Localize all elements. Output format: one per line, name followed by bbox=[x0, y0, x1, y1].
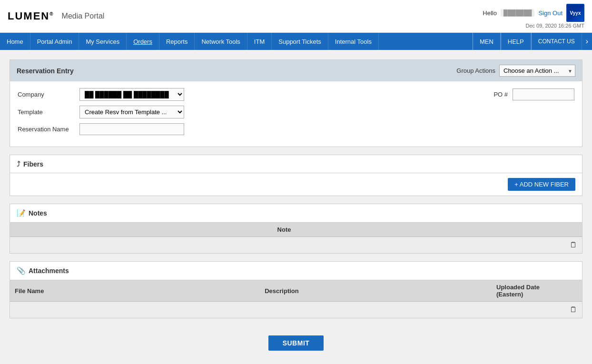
fibers-body: + ADD NEW FIBER bbox=[10, 173, 582, 196]
nav-label-portal-admin: Portal Admin bbox=[37, 38, 72, 45]
notes-table: Note 🗒 bbox=[10, 223, 582, 253]
attach-empty-1 bbox=[10, 302, 72, 318]
logo-registered: ® bbox=[49, 11, 54, 17]
po-input[interactable] bbox=[513, 89, 574, 100]
sign-out-link[interactable]: Sign Out bbox=[538, 10, 562, 17]
top-header: LUMEN® Media Portal Hello ███████ Sign O… bbox=[0, 0, 592, 33]
nav-item-itm[interactable]: ITM bbox=[247, 33, 272, 50]
attach-add-cell[interactable]: 🗒 bbox=[558, 302, 582, 318]
logo-area: LUMEN® Media Portal bbox=[8, 10, 104, 22]
attachments-header: 📎 Attachments bbox=[10, 262, 582, 280]
nav-bar: Home Portal Admin My Services Orders Rep… bbox=[0, 33, 592, 50]
fibers-header: ⤴ Fibers bbox=[10, 155, 582, 173]
nav-item-orders[interactable]: Orders bbox=[127, 33, 159, 50]
attach-empty-2 bbox=[72, 302, 492, 318]
nav-label-internal-tools: Internal Tools bbox=[335, 38, 372, 45]
attach-col-filename: File Name bbox=[10, 280, 72, 302]
username-display: ███████ bbox=[501, 9, 535, 17]
reservation-entry-header: Reservation Entry Group Actions Choose a… bbox=[10, 60, 582, 81]
choose-action-wrapper[interactable]: Choose an Action ... Delete Submit bbox=[499, 65, 575, 77]
resv-name-input[interactable] bbox=[79, 123, 184, 135]
nav-more-arrow[interactable]: › bbox=[582, 33, 592, 50]
notes-col-note: Note bbox=[10, 223, 558, 237]
hello-label: Hello bbox=[483, 10, 497, 17]
choose-action-select[interactable]: Choose an Action ... Delete Submit bbox=[499, 65, 575, 77]
nav-label-itm: ITM bbox=[254, 38, 265, 45]
reservation-entry-form: Company ██ ██████ ██ ████████ PO # Templ… bbox=[10, 81, 582, 147]
company-label: Company bbox=[18, 91, 79, 98]
fibers-icon: ⤴ bbox=[17, 160, 20, 168]
attach-col-date-line1: Uploaded Date bbox=[496, 284, 540, 291]
submit-button[interactable]: SUBMIT bbox=[268, 335, 324, 351]
main-content: Reservation Entry Group Actions Choose a… bbox=[0, 50, 592, 364]
company-select[interactable]: ██ ██████ ██ ████████ bbox=[79, 88, 184, 101]
nav-item-my-services[interactable]: My Services bbox=[79, 33, 127, 50]
template-field[interactable]: Create Resv from Template ... bbox=[79, 106, 574, 118]
attachments-table: File Name Description Uploaded Date (Eas… bbox=[10, 280, 582, 318]
company-row: Company ██ ██████ ██ ████████ PO # bbox=[18, 88, 574, 101]
group-actions-label: Group Actions bbox=[456, 67, 495, 74]
po-section: PO # bbox=[493, 89, 574, 100]
add-fiber-button[interactable]: + ADD NEW FIBER bbox=[508, 178, 575, 191]
nav-label-orders: Orders bbox=[133, 38, 152, 45]
nav-item-men[interactable]: MEN bbox=[473, 33, 501, 50]
nav-label-my-services: My Services bbox=[86, 38, 119, 45]
nav-label-support-tickets: Support Tickets bbox=[278, 38, 321, 45]
template-select[interactable]: Create Resv from Template ... bbox=[79, 106, 184, 118]
attach-col-date-line2: (Eastern) bbox=[496, 291, 523, 298]
notes-col-action bbox=[558, 223, 582, 237]
portal-title: Media Portal bbox=[62, 12, 105, 20]
notes-section: 📝 Notes Note 🗒 bbox=[10, 204, 582, 254]
header-user: Hello ███████ Sign Out Vyyx bbox=[483, 4, 584, 22]
nav-label-network-tools: Network Tools bbox=[201, 38, 240, 45]
vyyx-logo: Vyyx bbox=[566, 4, 584, 22]
logo-text: LUMEN bbox=[8, 10, 49, 22]
resv-name-row: Reservation Name bbox=[18, 123, 574, 135]
nav-item-internal-tools[interactable]: Internal Tools bbox=[328, 33, 379, 50]
template-label: Template bbox=[18, 108, 79, 116]
company-field[interactable]: ██ ██████ ██ ████████ bbox=[79, 88, 474, 101]
attach-add-icon[interactable]: 🗒 bbox=[570, 305, 577, 314]
nav-item-help[interactable]: HELP bbox=[501, 33, 531, 50]
notes-header: 📝 Notes bbox=[10, 204, 582, 223]
template-row: Template Create Resv from Template ... bbox=[18, 106, 574, 118]
attach-col-description: Description bbox=[72, 280, 492, 302]
vyyx-text: Vyyx bbox=[570, 10, 581, 16]
fibers-title: Fibers bbox=[23, 160, 43, 168]
header-right: Hello ███████ Sign Out Vyyx Dec 09, 2020… bbox=[483, 4, 584, 29]
attachments-icon: 📎 bbox=[17, 266, 26, 275]
notes-add-icon[interactable]: 🗒 bbox=[570, 241, 577, 249]
attach-empty-3 bbox=[492, 302, 558, 318]
attach-action-row: 🗒 bbox=[10, 302, 582, 318]
nav-item-network-tools[interactable]: Network Tools bbox=[195, 33, 247, 50]
reservation-entry-panel: Reservation Entry Group Actions Choose a… bbox=[10, 59, 582, 147]
resv-name-label: Reservation Name bbox=[18, 126, 79, 133]
attach-col-date: Uploaded Date (Eastern) bbox=[492, 280, 558, 302]
nav-label-home: Home bbox=[7, 38, 23, 45]
notes-action-row: 🗒 bbox=[10, 237, 582, 254]
nav-label-help: HELP bbox=[508, 38, 524, 45]
submit-area: SUBMIT bbox=[10, 326, 582, 360]
group-actions: Group Actions Choose an Action ... Delet… bbox=[456, 65, 575, 77]
notes-empty-cell bbox=[10, 237, 558, 254]
nav-label-contact-us: CONTACT US bbox=[538, 38, 575, 45]
nav-item-contact-us[interactable]: CONTACT US bbox=[531, 33, 582, 50]
notes-add-cell[interactable]: 🗒 bbox=[558, 237, 582, 254]
nav-label-men: MEN bbox=[480, 38, 493, 45]
resv-name-field[interactable] bbox=[79, 123, 574, 135]
notes-icon: 📝 bbox=[17, 209, 26, 217]
po-label: PO # bbox=[493, 91, 508, 98]
nav-label-reports: Reports bbox=[166, 38, 188, 45]
nav-item-support-tickets[interactable]: Support Tickets bbox=[272, 33, 328, 50]
header-datetime: Dec 09, 2020 16:26 GMT bbox=[525, 23, 584, 29]
attachments-title: Attachments bbox=[29, 267, 69, 275]
attachments-section: 📎 Attachments File Name Description Uplo… bbox=[10, 261, 582, 318]
reservation-entry-title: Reservation Entry bbox=[17, 67, 74, 75]
notes-title: Notes bbox=[29, 209, 47, 217]
nav-item-portal-admin[interactable]: Portal Admin bbox=[30, 33, 79, 50]
nav-item-reports[interactable]: Reports bbox=[159, 33, 195, 50]
attach-col-action bbox=[558, 280, 582, 302]
lumen-logo: LUMEN® bbox=[8, 10, 54, 22]
nav-item-home[interactable]: Home bbox=[0, 33, 30, 50]
fibers-section: ⤴ Fibers + ADD NEW FIBER bbox=[10, 155, 582, 196]
